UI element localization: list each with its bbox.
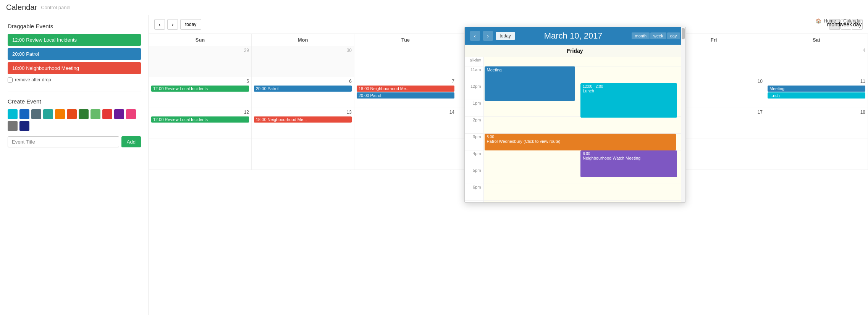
popup-scrollbar[interactable] [681, 57, 685, 202]
popup-title: March 10, 2017 [518, 31, 629, 41]
cell-1-1[interactable]: 6 20:00 Patrol [252, 77, 354, 108]
cell-1-0[interactable]: 5 12:00 Review Local Incidents [149, 77, 252, 108]
breadcrumb-bar: 🏠 Home > Calendar [810, 15, 868, 27]
page-subtitle: Control panel [41, 5, 70, 10]
breadcrumb-current: Calendar [843, 18, 862, 24]
popup-event-meeting[interactable]: Meeting [485, 66, 575, 101]
allday-row [484, 57, 685, 66]
cell-0-2[interactable] [354, 46, 457, 77]
color-swatch-red[interactable] [102, 109, 112, 119]
add-event-button[interactable]: Add [121, 136, 141, 147]
remove-after-drop-checkbox[interactable] [8, 78, 13, 82]
event-title-input[interactable] [8, 136, 119, 147]
cell-3-1[interactable] [252, 139, 354, 170]
color-swatch-deep-orange[interactable] [67, 109, 77, 119]
cell-1-2[interactable]: 7 18:00 Neighbourhood Me... 20:00 Patrol [354, 77, 457, 108]
time-2pm: 2pm [465, 117, 483, 134]
week-header-mon: Mon [252, 34, 354, 46]
popup-time-col: all-day 11am 12pm 1pm 2pm 3pm 4pm 5pm 6p… [465, 57, 484, 202]
calendar-area: 🏠 Home > Calendar ‹ › today month week d… [149, 15, 868, 315]
draggable-section: Draggable Events 12:00 Review Local Inci… [8, 23, 141, 82]
time-11am: 11am [465, 66, 483, 83]
page-header: Calendar Control panel [0, 0, 868, 15]
create-event-section: Create Event Add [8, 98, 141, 147]
home-icon: 🏠 [816, 18, 821, 24]
cell-2-0[interactable]: 12 12:00 Review Local Incidents [149, 108, 252, 139]
draggable-event-2[interactable]: 18:00 Neighbourhood Meeting [8, 62, 141, 74]
cell-0-0[interactable]: 29 [149, 46, 252, 77]
popup-event-lunch[interactable]: 12:00 - 2:00 Lunch [580, 83, 677, 118]
page-title: Calendar [6, 3, 37, 12]
popup-event-patrol[interactable]: 5:00 Patrol Wednesbury (Click to view ro… [485, 134, 676, 150]
remove-after-drop-label[interactable]: remove after drop [8, 77, 141, 82]
week-header-sun: Sun [149, 34, 252, 46]
cell-2-6[interactable]: 18 [765, 108, 868, 139]
color-swatch-light-green[interactable] [91, 109, 100, 119]
color-palette [8, 109, 141, 131]
sidebar: Draggable Events 12:00 Review Local Inci… [0, 15, 149, 315]
cell-event[interactable]: ...nch [768, 92, 865, 99]
popup-view-btns: month week day [632, 32, 680, 39]
color-swatch-indigo[interactable] [19, 121, 29, 131]
week-header-sat: Sat [765, 34, 868, 46]
popup-prev-btn[interactable]: ‹ [470, 31, 480, 41]
cell-3-2[interactable] [354, 139, 457, 170]
cell-event[interactable]: 20:00 Patrol [357, 92, 454, 99]
cell-event[interactable]: 12:00 Review Local Incidents [151, 116, 249, 123]
color-swatch-purple[interactable] [114, 109, 124, 119]
day-detail-popup: ‹ › today March 10, 2017 month week day … [464, 27, 686, 203]
time-5pm: 5pm [465, 167, 483, 184]
color-swatch-gray[interactable] [8, 121, 18, 131]
calendar-today-btn[interactable]: today [180, 19, 201, 30]
color-swatch-green[interactable] [79, 109, 89, 119]
time-4pm: 4pm [465, 150, 483, 167]
event-form: Add [8, 136, 141, 147]
cell-3-0[interactable] [149, 139, 252, 170]
breadcrumb-separator: > [838, 18, 841, 24]
color-swatch-slate[interactable] [31, 109, 41, 119]
color-swatch-teal[interactable] [43, 109, 53, 119]
color-swatch-blue[interactable] [19, 109, 29, 119]
time-12pm: 12pm [465, 83, 483, 100]
popup-day-btn[interactable]: day [667, 32, 680, 39]
cell-event[interactable]: 12:00 Review Local Incidents [151, 86, 249, 92]
cell-3-6[interactable] [765, 139, 868, 170]
breadcrumb-home[interactable]: Home [824, 18, 836, 24]
draggable-event-1[interactable]: 20:00 Patrol [8, 48, 141, 60]
popup-header: ‹ › today March 10, 2017 month week day [465, 27, 685, 45]
popup-week-btn[interactable]: week [650, 32, 666, 39]
cell-event[interactable]: Meeting [768, 86, 865, 92]
cell-1-6[interactable]: 11 Meeting ...nch [765, 77, 868, 108]
popup-next-btn[interactable]: › [483, 31, 493, 41]
popup-event-watch-label: Neighbourhood Watch Meeting [583, 156, 675, 160]
time-6pm: 6pm [465, 184, 483, 201]
popup-body: all-day 11am 12pm 1pm 2pm 3pm 4pm 5pm 6p… [465, 57, 685, 202]
popup-event-meeting-label: Meeting [487, 68, 502, 72]
popup-events-col: Meeting 12:00 - 2:00 Lunch 5:00 Patrol W… [484, 57, 685, 202]
cell-event[interactable]: 18:00 Neighbourhood Me... [254, 116, 352, 123]
color-swatch-pink[interactable] [126, 109, 136, 119]
popup-event-lunch-label: Lunch [583, 89, 675, 93]
cell-0-1[interactable]: 30 [252, 46, 354, 77]
cell-0-6[interactable]: 4 [765, 46, 868, 77]
time-3pm: 3pm [465, 134, 483, 150]
cell-2-2[interactable]: 14 [354, 108, 457, 139]
color-swatch-orange[interactable] [55, 109, 65, 119]
popup-month-btn[interactable]: month [632, 32, 650, 39]
draggable-event-0[interactable]: 12:00 Review Local Incidents [8, 34, 141, 46]
popup-event-lunch-time: 12:00 - 2:00 [583, 84, 675, 89]
allday-slot: all-day [465, 57, 483, 66]
calendar-next-btn[interactable]: › [167, 19, 178, 30]
popup-today-btn[interactable]: today [496, 32, 515, 40]
create-section-title: Create Event [8, 98, 141, 105]
week-header-tue: Tue [354, 34, 457, 46]
popup-event-neighbourhood-watch[interactable]: 6:00 Neighbourhood Watch Meeting [580, 150, 677, 177]
cell-event[interactable]: 20:00 Patrol [254, 86, 352, 92]
cell-2-1[interactable]: 13 18:00 Neighbourhood Me... [252, 108, 354, 139]
calendar-prev-btn[interactable]: ‹ [154, 19, 165, 30]
color-swatch-cyan[interactable] [8, 109, 18, 119]
cell-event[interactable]: 18:00 Neighbourhood Me... [357, 86, 454, 92]
popup-time-grid: Meeting 12:00 - 2:00 Lunch 5:00 Patrol W… [484, 66, 685, 202]
draggable-section-title: Draggable Events [8, 23, 141, 29]
row-2pm [484, 117, 685, 134]
